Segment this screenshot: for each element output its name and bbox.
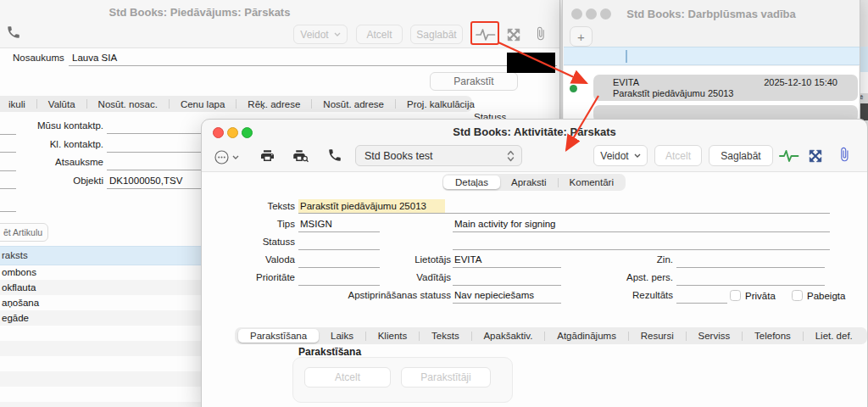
- result-field[interactable]: [676, 303, 727, 304]
- offer-tab-proj-kalkulacija[interactable]: Proj. kalkulācija: [396, 99, 486, 109]
- status-description-field[interactable]: [453, 249, 830, 250]
- offer-save-button[interactable]: Saglabāt: [410, 25, 463, 44]
- manager-field[interactable]: [453, 285, 561, 286]
- tab-komentari[interactable]: Komentāri: [559, 177, 625, 187]
- paperclip-icon[interactable]: [533, 26, 548, 41]
- approval-status-label: Apstiprināšanas statuss: [295, 290, 451, 300]
- tab-separator: [365, 332, 366, 341]
- tab-detalas[interactable]: Detaļas: [443, 176, 500, 189]
- offer-tab-artikuli[interactable]: ikuli: [0, 99, 36, 109]
- list-item[interactable]: egāde: [2, 313, 29, 323]
- list-item[interactable]: okflauta: [2, 282, 36, 293]
- user-field[interactable]: [453, 267, 561, 268]
- workflow-filter-bar[interactable]: [564, 47, 860, 65]
- offer-client-contact-label: Kl. kontaktp.: [0, 139, 103, 149]
- offer-tab-cenu-lapa[interactable]: Cenu lapa: [170, 99, 236, 109]
- tab-klients[interactable]: Klients: [367, 331, 419, 341]
- offer-our-contact-label: Mūsu kontaktp.: [0, 120, 103, 131]
- offer-stub-field[interactable]: [0, 152, 16, 153]
- signing-cancel-button[interactable]: Atcelt: [304, 367, 391, 387]
- signing-heading: Parakstīšana: [298, 346, 361, 358]
- offer-stub-field[interactable]: [0, 211, 16, 212]
- private-checkbox[interactable]: [730, 290, 741, 301]
- workflow-card-timestamp: 2025-12-10 15:40: [764, 77, 837, 87]
- activity-bottom-tab-bar: Parakstīšana Laiks Klients Teksts Apakša…: [235, 327, 867, 344]
- workflow-card[interactable]: EVITA 2025-12-10 15:40 Parakstīt piedāvā…: [593, 75, 858, 101]
- tab-serviss[interactable]: Serviss: [687, 331, 742, 341]
- signing-signers-button[interactable]: Parakstītāji: [401, 367, 491, 387]
- print-preview-icon[interactable]: [292, 148, 309, 164]
- expand-icon[interactable]: [506, 27, 521, 42]
- type-description-field[interactable]: [453, 231, 830, 232]
- activity-cancel-button[interactable]: Atcelt: [654, 145, 702, 166]
- offer-tab-nosut-adrese[interactable]: Nosūt. adrese: [312, 99, 395, 109]
- approver-label: Apst. pers.: [575, 272, 673, 282]
- offer-name-field[interactable]: [69, 65, 557, 66]
- priority-label: Prioritāte: [202, 272, 295, 282]
- phone-icon[interactable]: [6, 25, 21, 40]
- tab-separator: [686, 332, 687, 341]
- offer-tab-rek-adrese[interactable]: Rēķ. adrese: [236, 99, 311, 109]
- offer-create-button[interactable]: Veidot: [293, 25, 348, 44]
- tab-laiks[interactable]: Laiks: [320, 331, 364, 341]
- result-label: Rezultāts: [575, 290, 673, 300]
- tab-parakstisana[interactable]: Parakstīšana: [238, 329, 319, 343]
- list-header-label: raksts: [2, 250, 28, 260]
- text-field[interactable]: [298, 213, 830, 214]
- tab-separator: [471, 332, 472, 341]
- status-label: Statuss: [202, 237, 295, 247]
- tab-atgadinajums[interactable]: Atgādinājums: [546, 331, 627, 341]
- offer-window-title: Std Books: Piedāvājums: Pārskats: [0, 6, 559, 19]
- activity-create-button[interactable]: Veidot: [593, 145, 648, 166]
- paperclip-icon[interactable]: [837, 147, 852, 162]
- zin-field[interactable]: [676, 267, 825, 268]
- completed-checkbox[interactable]: [792, 290, 803, 301]
- list-item[interactable]: aņošana: [2, 298, 39, 308]
- company-selector-value: Std Books test: [356, 150, 433, 162]
- user-value: EVITA: [454, 254, 481, 265]
- language-field[interactable]: [298, 267, 380, 268]
- offer-tab-bar: ikuli Valūta Nosūt. nosac. Cenu lapa Rēķ…: [0, 96, 472, 112]
- offer-stub-field[interactable]: [0, 188, 16, 189]
- offer-tab-nosut-nosac[interactable]: Nosūt. nosac.: [87, 99, 169, 109]
- tab-apaksaktiv[interactable]: Apakšaktiv.: [472, 331, 543, 341]
- expand-icon[interactable]: [808, 148, 823, 164]
- tab-liet-def[interactable]: Liet. def.: [804, 331, 864, 341]
- offer-stub-field[interactable]: [0, 170, 16, 171]
- redaction-box: [507, 53, 555, 73]
- tab-telefons[interactable]: Telefons: [743, 331, 802, 341]
- approver-field[interactable]: [676, 285, 825, 286]
- company-selector[interactable]: Std Books test: [355, 145, 522, 166]
- type-label: Tips: [202, 219, 295, 229]
- list-item[interactable]: ombons: [2, 267, 36, 277]
- tab-resursi[interactable]: Resursi: [630, 331, 685, 341]
- activity-pulse-icon[interactable]: [476, 28, 496, 42]
- activity-pulse-icon[interactable]: [779, 149, 799, 163]
- offer-name-label: Nosaukums: [13, 53, 64, 63]
- add-item-button[interactable]: ēt Artikulu: [0, 223, 48, 242]
- print-icon[interactable]: [259, 148, 275, 164]
- tab-apraksti[interactable]: Apraksti: [500, 177, 558, 187]
- more-options-icon[interactable]: [214, 150, 239, 164]
- type-field[interactable]: [298, 231, 380, 232]
- activity-window: Std Books: Aktivitāte: Pārskats Std Book…: [201, 119, 868, 407]
- offer-stub-field[interactable]: [0, 134, 16, 135]
- tab-teksts[interactable]: Teksts: [420, 331, 470, 341]
- status-field[interactable]: [298, 249, 380, 250]
- offer-objects-label: Objekti: [0, 176, 103, 186]
- activity-window-title: Std Books: Aktivitāte: Pārskats: [202, 125, 867, 138]
- type-value: MSIGN: [300, 219, 332, 229]
- offer-sign-button[interactable]: Parakstīt: [430, 72, 518, 91]
- completed-label: Pabeigta: [807, 291, 845, 301]
- priority-field[interactable]: [298, 285, 380, 286]
- activity-tab-bar: Detaļas Apraksti Komentāri: [442, 174, 626, 191]
- activity-save-button[interactable]: Saglabāt: [709, 145, 773, 166]
- approval-status-field[interactable]: [453, 303, 561, 304]
- offer-cancel-button[interactable]: Atcelt: [356, 25, 403, 44]
- phone-icon[interactable]: [327, 148, 342, 163]
- workflow-add-button[interactable]: +: [570, 26, 593, 47]
- tab-separator: [628, 332, 629, 341]
- offer-create-label: Veidot: [300, 29, 328, 41]
- offer-tab-valuta[interactable]: Valūta: [37, 99, 86, 109]
- workflow-status-dot: [570, 85, 577, 92]
